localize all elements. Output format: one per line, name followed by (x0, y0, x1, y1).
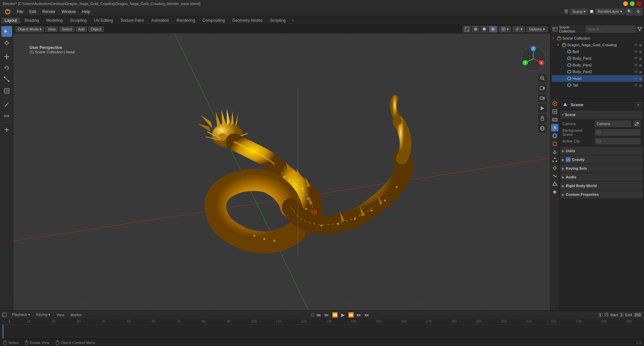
timeline-keying-menu[interactable]: Keying ▾ (34, 312, 53, 317)
select-menu[interactable]: Select (59, 26, 74, 32)
filter-button[interactable]: ⚙ (635, 8, 642, 15)
zoom-to-fit-btn[interactable] (538, 74, 547, 82)
tab-shading[interactable]: Shading (21, 17, 42, 23)
tail-visibility[interactable]: 👁 (634, 83, 638, 87)
outliner-item-body1[interactable]: ▾ Body_Part1 👁 ◉ (552, 55, 643, 62)
keying-sets-section-header[interactable]: ▶ Keying Sets (560, 164, 643, 172)
lock-camera-btn[interactable] (538, 114, 547, 123)
tab-compositing[interactable]: Compositing (199, 17, 228, 23)
camera-view-btn[interactable] (538, 84, 547, 93)
outliner-search-input[interactable] (586, 25, 636, 33)
solid-mode-btn[interactable] (472, 26, 480, 32)
start-frame-input[interactable]: 1 (619, 312, 624, 317)
viewport-area[interactable]: Object Mode ▾ View Select Add Object (13, 25, 550, 310)
outliner-item-body3[interactable]: ▾ Body_Part3 👁 ◉ (552, 68, 643, 75)
tab-geometry-nodes[interactable]: Geometry Nodes (229, 17, 266, 23)
maximize-button[interactable]: □ (630, 1, 635, 6)
measure-tool-button[interactable] (1, 111, 12, 121)
outliner-item-body2[interactable]: ▾ Body_Part2 👁 ◉ (552, 62, 643, 68)
tab-animation[interactable]: Animation (148, 17, 172, 23)
outliner-filter-icon[interactable] (637, 27, 642, 32)
object-props-btn[interactable] (551, 140, 558, 148)
menu-edit[interactable]: Edit (26, 9, 39, 15)
menu-help[interactable]: Help (79, 9, 93, 15)
search-button[interactable]: 🔍 (626, 8, 633, 15)
body1-select[interactable]: ◉ (639, 57, 642, 60)
tab-texture-paint[interactable]: Texture Paint (117, 17, 147, 23)
navigation-gizmo[interactable]: Z X Y (520, 45, 547, 72)
menu-render[interactable]: Render (40, 9, 58, 15)
gravity-section-header[interactable]: ▶ ✓ Gravity (560, 156, 643, 164)
scene-props-close[interactable]: ✕ (635, 102, 641, 107)
timeline-frame-track[interactable] (0, 325, 644, 339)
jump-end-btn[interactable]: ⏭ (363, 311, 371, 319)
world-btn[interactable] (538, 124, 547, 133)
tab-rendering[interactable]: Rendering (173, 17, 198, 23)
keyframe-marker[interactable] (311, 313, 314, 316)
object-menu[interactable]: Object (88, 26, 104, 32)
render-props-btn[interactable] (551, 100, 558, 107)
close-button[interactable]: ✕ (637, 1, 641, 6)
dragon-collection-visibility[interactable]: 👁 (634, 43, 638, 47)
camera-pick-btn[interactable] (633, 120, 641, 127)
gravity-checkbox[interactable]: ✓ (566, 157, 571, 162)
timeline-playback-menu[interactable]: Playback ▾ (10, 312, 32, 317)
particles-props-btn[interactable] (551, 156, 558, 164)
viewport-options-btn[interactable]: Options ▾ (526, 26, 548, 32)
add-menu[interactable]: Add (76, 26, 87, 32)
current-frame-display[interactable]: 1 (598, 312, 603, 317)
scene-props-btn[interactable] (551, 124, 558, 131)
tab-scripting[interactable]: Scripting (267, 17, 289, 23)
units-section-header[interactable]: ▶ Units (560, 147, 643, 155)
object-mode-dropdown[interactable]: Object Mode ▾ (15, 26, 44, 32)
physics-props-btn[interactable] (551, 164, 558, 172)
move-tool-button[interactable] (1, 51, 12, 62)
data-props-btn[interactable] (551, 180, 558, 188)
output-props-btn[interactable] (551, 108, 558, 115)
belt-select[interactable]: ◉ (639, 50, 642, 54)
world-props-btn[interactable] (551, 132, 558, 139)
active-clip-value[interactable] (595, 138, 641, 145)
add-workspace-button[interactable]: + (290, 17, 296, 23)
body1-visibility[interactable]: 👁 (634, 56, 638, 60)
scene-section-header[interactable]: ▾ Scene (560, 111, 643, 119)
timeline-marker-menu[interactable]: Marker (68, 312, 84, 317)
body3-select[interactable]: ◉ (639, 70, 642, 74)
camera-value[interactable]: Camera (595, 120, 631, 127)
add-object-button[interactable] (1, 124, 12, 135)
outliner-item-scene-collection[interactable]: ▾ Scene Collection (552, 35, 643, 42)
tab-uv-editing[interactable]: UV Editing (91, 17, 116, 23)
scale-tool-button[interactable] (1, 74, 12, 85)
scene-selector[interactable]: Scene ▾ (570, 9, 588, 14)
gizmo-toggle[interactable]: ▾ (513, 26, 525, 32)
view-layer-props-btn[interactable] (551, 116, 558, 123)
modifier-props-btn[interactable] (551, 148, 558, 156)
dragon-collection-select[interactable]: ◉ (639, 43, 642, 47)
material-mode-btn[interactable] (480, 26, 488, 32)
toggle-camera-btn[interactable] (538, 94, 547, 103)
head-select[interactable]: ◉ (639, 77, 642, 80)
menu-file[interactable]: File (14, 9, 26, 15)
annotate-tool-button[interactable] (1, 99, 12, 110)
belt-visibility[interactable]: 👁 (634, 50, 638, 54)
viewport-canvas[interactable]: User Perspective (1) Scene Collection | … (13, 34, 550, 310)
jump-start-btn[interactable]: ⏮ (315, 311, 322, 319)
prev-frame-btn[interactable]: ⏪ (331, 311, 338, 319)
constraints-props-btn[interactable] (551, 172, 558, 180)
menu-window[interactable]: Window (59, 9, 78, 15)
select-tool-button[interactable] (1, 26, 12, 37)
bg-scene-value[interactable] (595, 129, 641, 136)
next-frame-btn[interactable]: ⏩ (347, 311, 355, 319)
cursor-tool-button[interactable] (1, 38, 12, 48)
transform-tool-button[interactable] (1, 85, 12, 96)
custom-props-section-header[interactable]: ▶ Custom Properties (560, 190, 643, 198)
timeline-track-area[interactable]: 1 10 20 30 40 50 60 70 80 90 100 110 120… (0, 319, 644, 339)
rendered-mode-btn[interactable] (489, 26, 497, 32)
outliner-item-tail[interactable]: ▾ Tail 👁 ◉ (552, 82, 643, 89)
tab-sculpting[interactable]: Sculpting (67, 17, 90, 23)
render-preview-btn[interactable] (538, 104, 547, 113)
body2-visibility[interactable]: 👁 (634, 63, 638, 67)
audio-section-header[interactable]: ▶ Audio (560, 173, 643, 181)
next-keyframe-btn[interactable]: ⏭ (355, 311, 363, 319)
rotate-tool-button[interactable] (1, 63, 12, 73)
